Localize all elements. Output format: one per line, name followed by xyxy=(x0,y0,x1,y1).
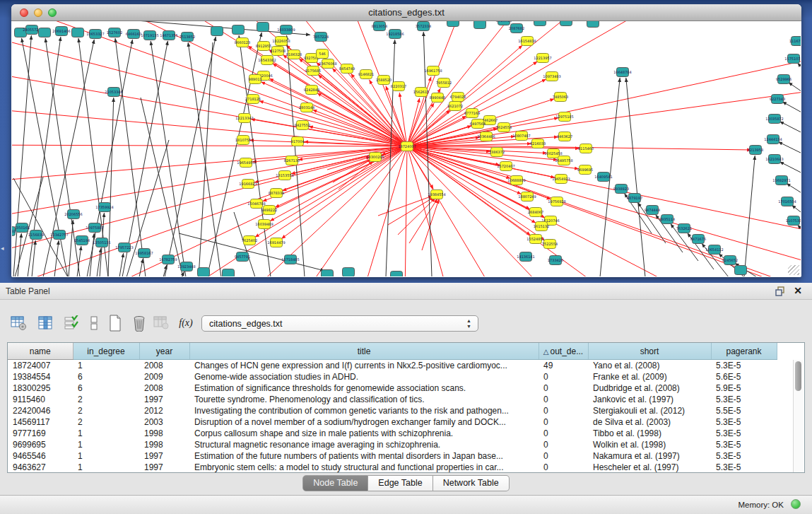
table-cell[interactable]: Estimation of the future numbers of pati… xyxy=(189,450,539,462)
table-cell[interactable]: Wolkin et al. (1998) xyxy=(588,439,711,450)
table-cell[interactable]: 1998 xyxy=(139,439,189,450)
table-cell[interactable]: 5.9E-5 xyxy=(711,382,777,394)
network-node[interactable]: 12213957 xyxy=(534,54,551,63)
table-cell[interactable]: 0 xyxy=(539,462,588,473)
table-row[interactable]: 946362711997Embryonic stem cells: a mode… xyxy=(8,462,777,473)
network-node[interactable] xyxy=(198,268,210,277)
float-panel-icon[interactable] xyxy=(775,286,785,296)
table-cell[interactable]: 6 xyxy=(73,382,139,394)
network-node[interactable]: 7625402 xyxy=(242,236,257,245)
network-node[interactable]: 8220317 xyxy=(391,82,406,91)
table-cell[interactable]: Structural magnetic resonance image aver… xyxy=(189,439,539,450)
network-node[interactable]: 1810755 xyxy=(235,136,251,145)
table-cell[interactable]: 0 xyxy=(539,371,588,382)
network-node[interactable]: 9463627 xyxy=(557,132,572,141)
network-node[interactable]: 9457791 xyxy=(235,252,250,262)
network-node[interactable]: 2803144 xyxy=(299,103,314,112)
network-node[interactable]: 8938923 xyxy=(613,185,629,194)
tab-network-table[interactable]: Network Table xyxy=(433,475,510,491)
column-header-title[interactable]: title xyxy=(189,343,539,360)
network-node[interactable]: 17957223 xyxy=(115,243,133,252)
network-node[interactable]: 6794028 xyxy=(450,93,466,102)
network-node[interactable]: 7857224 xyxy=(313,33,329,42)
table-cell[interactable]: 2003 xyxy=(139,416,189,428)
network-node[interactable]: 20206556 xyxy=(64,210,82,219)
table-cell[interactable]: 22420046 xyxy=(8,405,73,416)
table-cell[interactable]: 0 xyxy=(539,416,588,428)
network-node[interactable]: 10719135 xyxy=(141,31,158,40)
table-settings-icon[interactable] xyxy=(8,313,30,334)
table-scrollbar-thumb[interactable] xyxy=(795,361,801,391)
table-cell[interactable]: 5.3E-5 xyxy=(711,360,777,372)
table-cell[interactable]: 1998 xyxy=(139,428,189,439)
table-row[interactable]: 1872400712008Changes of HCN gene express… xyxy=(8,360,777,372)
network-node[interactable]: 16914479 xyxy=(267,238,285,247)
network-node[interactable]: 2684067 xyxy=(528,208,543,217)
table-cell[interactable]: 1 xyxy=(73,462,139,473)
network-node[interactable]: 1621072 xyxy=(447,102,463,111)
table-cell[interactable]: 2 xyxy=(73,405,139,416)
table-cell[interactable]: 5.3E-5 xyxy=(711,450,777,462)
table-cell[interactable]: Yano et al. (2008) xyxy=(588,360,711,372)
table-selector-dropdown[interactable]: citations_edges.txt ▲▼ xyxy=(201,315,478,332)
network-node[interactable]: 16033809 xyxy=(277,25,295,35)
table-cell[interactable]: 5.3E-5 xyxy=(711,439,777,450)
table-cell[interactable]: 14569117 xyxy=(8,416,73,428)
network-node[interactable]: 546 xyxy=(317,49,329,59)
network-node[interactable]: 8454749 xyxy=(339,64,355,74)
network-node[interactable]: 989011 xyxy=(248,75,261,84)
network-node[interactable]: 17016504 xyxy=(778,197,796,206)
window-titlebar[interactable]: citations_edges.txt xyxy=(11,4,801,21)
network-node[interactable]: 10975887 xyxy=(86,223,103,233)
network-node[interactable]: 1156839 xyxy=(28,230,44,240)
network-node[interactable] xyxy=(257,23,269,32)
network-node[interactable]: 8186328 xyxy=(286,50,302,59)
table-row[interactable]: 911546021997Tourette syndrome. Phenomeno… xyxy=(8,394,777,405)
select-rows-icon[interactable] xyxy=(61,313,82,334)
network-node[interactable]: 7386372 xyxy=(489,148,505,157)
network-node[interactable]: 8990448 xyxy=(430,93,445,103)
table-cell[interactable]: Genome-wide association studies in ADHD. xyxy=(189,371,539,382)
table-cell[interactable]: Corpus callosum shape and size in male p… xyxy=(189,428,539,439)
table-cell[interactable]: 0 xyxy=(539,439,588,450)
import-table-icon[interactable] xyxy=(151,313,172,334)
table-cell[interactable]: Hescheler et al. (1997) xyxy=(588,462,711,473)
network-node[interactable]: 2935114 xyxy=(659,215,675,224)
delete-column-icon[interactable] xyxy=(129,313,150,334)
column-header-pagerank[interactable]: pagerank xyxy=(711,343,777,360)
table-cell[interactable]: 2008 xyxy=(139,382,189,394)
network-node[interactable]: 1733426 xyxy=(548,256,563,265)
network-node[interactable]: 1615132 xyxy=(534,222,549,231)
table-cell[interactable]: 49 xyxy=(539,360,588,372)
network-node[interactable]: 9699695 xyxy=(577,165,593,175)
table-cell[interactable]: 2 xyxy=(73,416,139,428)
network-node[interactable]: 1527602 xyxy=(107,28,122,37)
table-cell[interactable]: 5.3E-5 xyxy=(711,394,777,405)
network-node[interactable]: 8350161 xyxy=(14,223,30,233)
network-node[interactable]: 2087682 xyxy=(509,24,524,33)
network-node[interactable]: 7485063 xyxy=(553,93,568,102)
window-resize-grip[interactable] xyxy=(788,265,799,275)
table-cell[interactable]: 5.6E-5 xyxy=(711,371,777,382)
table-cell[interactable]: Dudbridge et al. (2008) xyxy=(588,382,711,394)
table-cell[interactable]: Estimation of significance thresholds fo… xyxy=(189,382,539,394)
network-node[interactable]: 8660123 xyxy=(235,38,250,47)
network-node[interactable]: 16961758 xyxy=(424,66,442,76)
network-node[interactable] xyxy=(587,21,599,28)
table-cell[interactable]: 1 xyxy=(73,439,139,450)
network-node[interactable]: 17359924 xyxy=(95,203,113,212)
table-cell[interactable]: 1997 xyxy=(139,462,189,473)
network-node[interactable]: 9127508 xyxy=(270,47,286,56)
table-scrollbar[interactable] xyxy=(793,360,804,472)
network-node[interactable]: 19654923 xyxy=(552,175,570,184)
network-node[interactable]: 1545194 xyxy=(74,236,90,245)
table-cell[interactable]: 9463627 xyxy=(8,462,73,473)
table-cell[interactable]: Jankovic et al. (1997) xyxy=(588,394,711,405)
network-node[interactable]: 6879197 xyxy=(627,194,642,203)
network-node[interactable]: 9227343 xyxy=(770,95,785,104)
network-node[interactable]: 3572334 xyxy=(416,22,431,31)
splitter-collapse-icon[interactable]: ◂ xyxy=(1,245,4,252)
network-node[interactable]: 917004 xyxy=(290,137,304,146)
network-node[interactable]: 9175685 xyxy=(305,66,321,76)
network-node[interactable]: 7632621 xyxy=(676,224,692,233)
